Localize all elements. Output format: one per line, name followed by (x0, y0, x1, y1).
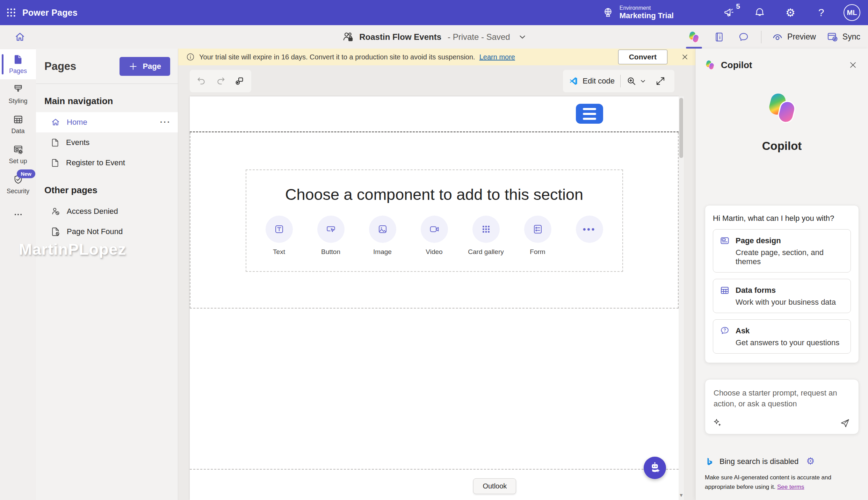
page-item-events[interactable]: Events (36, 132, 178, 153)
component-button[interactable]: Button (317, 216, 345, 256)
preview-button[interactable]: Preview (772, 31, 816, 43)
fullscreen-button[interactable] (652, 73, 669, 89)
rail-more-button[interactable] (0, 202, 36, 227)
scrollbar-down-arrow[interactable]: ▼ (679, 492, 684, 498)
page-item-more-button[interactable]: ··· (160, 118, 171, 127)
guide-tab[interactable] (712, 25, 726, 49)
left-rail: Pages Styling Data Set up (0, 49, 36, 500)
page-item-label: Home (67, 118, 87, 127)
rail-item-security[interactable]: New Security (0, 169, 36, 200)
flow-button[interactable] (231, 73, 248, 89)
undo-icon (196, 76, 207, 86)
preview-label: Preview (787, 32, 816, 42)
outlook-button[interactable]: Outlook (473, 478, 516, 494)
page-section-empty[interactable] (190, 309, 679, 469)
other-pages-heading: Other pages (36, 173, 178, 201)
pages-panel: Pages Page Main navigation Home ··· Even… (36, 49, 178, 500)
page-design-icon (719, 235, 730, 246)
page-item-page-not-found[interactable]: Page Not Found (36, 222, 178, 242)
info-book-icon (714, 31, 725, 43)
component-label: Form (530, 248, 545, 256)
prompt-suggestions-button[interactable] (713, 418, 723, 428)
zoom-control[interactable] (626, 76, 646, 86)
convert-button[interactable]: Convert (618, 50, 667, 64)
component-label: Video (426, 248, 442, 256)
toolbar-divider (620, 75, 621, 87)
sync-button[interactable]: Sync (826, 31, 860, 43)
chatbot-fab[interactable] (644, 457, 666, 479)
comments-tab[interactable] (737, 25, 751, 49)
ai-disclaimer-text: Make sure AI-generated content is accura… (705, 474, 831, 490)
video-component-icon (429, 224, 440, 235)
copilot-input[interactable]: Choose a starter prompt, request an acti… (705, 379, 859, 434)
component-more[interactable]: ••• (575, 216, 604, 243)
rail-item-setup[interactable]: Set up (0, 139, 36, 169)
page-section[interactable]: Choose a component to add to this sectio… (190, 132, 679, 309)
suggestion-page-design[interactable]: Page design Create page, section, and th… (713, 229, 851, 273)
page-icon (51, 138, 60, 147)
notifications-button[interactable] (751, 3, 769, 22)
app-top-bar: Power Pages Environment Marketing Trial … (0, 0, 868, 25)
send-button[interactable] (840, 418, 850, 428)
suggestion-description: Work with your business data (736, 298, 844, 307)
page-item-access-denied[interactable]: Access Denied (36, 201, 178, 222)
copilot-close-button[interactable] (847, 59, 859, 71)
history-tool-group (190, 70, 251, 92)
suggestion-ask[interactable]: ? Ask Get answers to your questions (713, 319, 851, 354)
component-form[interactable]: Form (523, 216, 552, 256)
preview-eye-icon (772, 31, 783, 43)
settings-button[interactable]: ⚙ (781, 3, 800, 22)
rail-item-data[interactable]: Data (0, 109, 36, 139)
new-badge: New (17, 169, 35, 178)
trial-banner: Your trial site will expire in 16 days. … (178, 49, 695, 65)
add-page-button[interactable]: Page (120, 57, 170, 76)
component-text[interactable]: Text (265, 216, 294, 256)
pages-panel-title: Pages (44, 60, 76, 73)
rail-item-styling[interactable]: Styling (0, 79, 36, 109)
see-terms-link[interactable]: See terms (777, 484, 804, 490)
suggestion-data-forms[interactable]: Data forms Work with your business data (713, 279, 851, 313)
redo-icon (215, 76, 226, 86)
component-card-gallery[interactable]: Card gallery (472, 216, 500, 256)
page-item-home[interactable]: Home ··· (36, 112, 178, 132)
learn-more-link[interactable]: Learn more (479, 53, 515, 61)
redo-button[interactable] (212, 73, 229, 89)
announcements-button[interactable]: 5 (720, 3, 738, 22)
bing-settings-gear-icon[interactable]: ⚙ (806, 457, 815, 466)
form-component-icon (532, 224, 543, 235)
environment-picker[interactable]: Environment Marketing Trial (602, 5, 674, 21)
component-chooser-title: Choose a component to add to this sectio… (285, 186, 583, 204)
hamburger-menu-button[interactable] (576, 104, 603, 124)
component-video[interactable]: Video (420, 216, 449, 256)
home-button[interactable] (14, 25, 26, 49)
component-label: Card gallery (468, 248, 504, 256)
banner-close-button[interactable] (681, 53, 689, 61)
copilot-suggestions-card: Hi Martin, what can I help you with? Pag… (705, 205, 859, 363)
send-icon (840, 418, 850, 428)
ai-disclaimer: Make sure AI-generated content is accura… (705, 473, 859, 492)
environment-name: Marketing Trial (620, 11, 674, 20)
page-blocked-icon (51, 227, 60, 237)
waffle-menu-button[interactable] (0, 0, 22, 25)
site-status: - Private - Saved (448, 32, 510, 42)
edit-code-button[interactable]: Edit code (569, 76, 615, 86)
help-button[interactable]: ? (812, 3, 830, 22)
breadcrumb[interactable]: Roastin Flow Events - Private - Saved (342, 31, 526, 43)
suggestion-description: Get answers to your questions (736, 338, 844, 347)
pages-doc-icon (13, 54, 24, 65)
canvas-scrollbar[interactable]: ▼ (679, 96, 684, 500)
person-blocked-icon (51, 206, 60, 216)
rail-item-pages[interactable]: Pages (0, 49, 36, 79)
avatar[interactable]: ML (844, 4, 860, 21)
edit-code-label: Edit code (583, 77, 615, 86)
waffle-icon (6, 7, 17, 18)
main-navigation-heading: Main navigation (36, 84, 178, 112)
component-image[interactable]: Image (368, 216, 397, 256)
scrollbar-thumb[interactable] (679, 98, 683, 158)
page-item-register-to-event[interactable]: Register to Event (36, 153, 178, 173)
copilot-logo (765, 91, 799, 125)
undo-button[interactable] (193, 73, 210, 89)
site-name: Roastin Flow Events (359, 32, 441, 42)
copilot-tab[interactable] (686, 25, 702, 49)
info-icon (186, 52, 195, 61)
